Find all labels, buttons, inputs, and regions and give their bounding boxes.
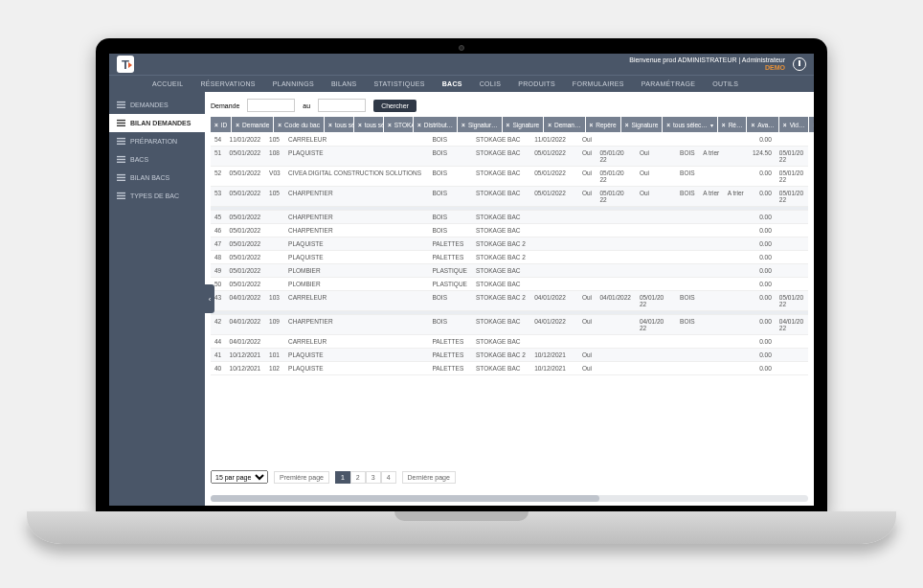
menu-accueil[interactable]: ACCUEIL [144,80,191,87]
table-row[interactable]: 5205/01/2022V03CIVEA DIGITAL CONSTRUCTIO… [211,167,808,187]
table-row[interactable]: 4905/01/2022PLOMBIERPLASTIQUESTOKAGE BAC… [211,264,808,278]
close-icon[interactable]: × [625,122,629,128]
cell-vid [724,335,749,349]
close-icon[interactable]: × [751,122,754,128]
cell-p: 0.00 [748,335,776,349]
filter-id[interactable]: ×ID [211,117,231,132]
filter-stokagebacst[interactable]: ×STOKAGE BAC, ST… [384,117,413,132]
sidebar-item-bacs[interactable]: BACS [109,150,205,169]
table-wrap[interactable]: 5411/01/2022105CARRELEURBOISSTOKAGE BAC1… [211,133,808,463]
cell-d2: 05/01/2022 [596,147,635,167]
menu-formulaires[interactable]: FORMULAIRES [564,80,633,87]
table-row[interactable]: 4110/12/2021101PLAQUISTEPALETTESSTOKAGE … [211,349,808,362]
filter-ava[interactable]: ×Ava… [747,117,777,132]
filter-tousslec[interactable]: ×tous sélec… [663,117,717,132]
cell-vdate: 05/01/2022 [776,147,808,167]
filter-demande[interactable]: ×Demande [232,117,273,132]
table-row[interactable]: 5105/01/2022108PLAQUISTEBOISSTOKAGE BAC0… [211,147,808,167]
table-row[interactable]: 4304/01/2022103CARRELEURBOISSTOKAGE BAC … [211,291,808,311]
table-row[interactable]: 4805/01/2022PLAQUISTEPALETTESSTOKAGE BAC… [211,251,808,264]
filter-a[interactable]: ×A… [809,117,814,132]
cell-rep [636,278,668,291]
cell-dist [530,224,570,237]
sidebar-item-bilan-bacs[interactable]: BILAN BACS [109,169,205,187]
filter-deman[interactable]: ×Deman… [544,117,584,132]
filter-signatur[interactable]: ×Signatur… [458,117,502,132]
sidebar-collapse-handle[interactable]: ‹ [205,284,214,313]
filter-r[interactable]: ×Ré… [718,117,747,132]
close-icon[interactable]: × [214,122,218,128]
sidebar-item-préparation[interactable]: PRÉPARATION [109,132,205,150]
filter-signature[interactable]: ×Signature [621,117,663,132]
cell-oui1 [578,278,597,291]
page-2[interactable]: 2 [350,471,366,484]
filter-distribut[interactable]: ×Distribut… [414,117,457,132]
page-4[interactable]: 4 [381,471,396,484]
filter-codedubac[interactable]: ×Code du bac [274,117,324,132]
menu-réservations[interactable]: RÉSERVATIONS [191,80,263,87]
horizontal-scrollbar[interactable] [211,495,808,502]
close-icon[interactable]: × [328,122,332,128]
table-row[interactable]: 5305/01/2022105CHARPENTIERBOISSTOKAGE BA… [211,187,808,207]
table-row[interactable]: 5411/01/2022105CARRELEURBOISSTOKAGE BAC1… [211,133,808,147]
page-size-select[interactable]: 15 par page [211,470,268,484]
close-icon[interactable]: × [590,122,594,128]
close-icon[interactable]: × [278,122,281,128]
first-page[interactable]: Première page [274,471,329,484]
cell-p: 0.00 [748,211,776,224]
app-logo[interactable]: T [117,56,134,73]
cell-oui2 [668,264,676,278]
filter-tousslectionns[interactable]: ×tous sélectionnés… [325,117,353,132]
cell-d2 [596,211,635,224]
menu-paramétrage[interactable]: PARAMÉTRAGE [633,80,704,87]
sidebar-item-demandes[interactable]: DEMANDES [109,96,205,114]
menu-plannings[interactable]: PLANNINGS [264,80,323,87]
cell-mat2 [676,278,699,291]
menu-outils[interactable]: OUTILS [704,80,747,87]
filter-vid[interactable]: ×Vid… [779,117,809,132]
close-icon[interactable]: × [783,122,787,128]
date-to-input[interactable] [318,99,366,112]
table-row[interactable]: 4010/12/2021102PLAQUISTEPALETTESSTOKAGE … [211,362,808,375]
close-icon[interactable]: × [722,122,726,128]
table-row[interactable]: 5005/01/2022PLOMBIERPLASTIQUESTOKAGE BAC… [211,278,808,291]
close-icon[interactable]: × [236,122,239,128]
table-row[interactable]: 4204/01/2022109CHARPENTIERBOISSTOKAGE BA… [211,315,808,335]
home-icon[interactable] [791,79,808,90]
filter-signature[interactable]: ×Signature [503,117,544,132]
sidebar-item-types-de-bac[interactable]: TYPES DE BAC [109,187,205,205]
search-button[interactable]: Chercher [373,100,416,112]
table-row[interactable]: 4505/01/2022CHARPENTIERBOISSTOKAGE BAC0.… [211,211,808,224]
close-icon[interactable]: × [813,122,814,128]
menu-bacs[interactable]: BACS [434,80,471,87]
close-icon[interactable]: × [417,122,421,128]
cell-p: 124.50 [748,147,776,167]
close-icon[interactable]: × [666,122,670,128]
sidebar-item-bilan-demandes[interactable]: BILAN DEMANDES [109,114,205,132]
power-icon[interactable] [793,57,806,71]
page-3[interactable]: 3 [366,471,381,484]
menu-statistiques[interactable]: STATISTIQUES [366,80,434,87]
menu-produits[interactable]: PRODUITS [509,80,564,87]
cell-d2 [596,278,635,291]
close-icon[interactable]: × [548,122,552,128]
table-row[interactable]: 4605/01/2022CHARPENTIERBOISSTOKAGE BAC0.… [211,224,808,237]
cell-d2: 05/01/2022 [596,187,635,207]
close-icon[interactable]: × [507,122,510,128]
cell-id: 44 [211,335,226,349]
table-row[interactable]: 4404/01/2022CARRELEURPALETTESSTOKAGE BAC… [211,335,808,349]
close-icon[interactable]: × [358,122,362,128]
table-row[interactable]: 4705/01/2022PLAQUISTEPALETTESSTOKAGE BAC… [211,237,808,251]
menu-colis[interactable]: COLIS [471,80,510,87]
menu-bilans[interactable]: BILANS [323,80,366,87]
page-1[interactable]: 1 [335,471,350,484]
cell-vid [724,224,749,237]
last-page[interactable]: Dernière page [402,471,456,484]
close-icon[interactable]: × [388,122,392,128]
date-from-input[interactable] [247,99,295,112]
filter-repre[interactable]: ×Repère [586,117,620,132]
filter-tousslectionns[interactable]: ×tous sélectionnés… [354,117,383,132]
search-bar: Demande au Chercher [211,96,808,115]
close-icon[interactable]: × [462,122,465,128]
cell-oui1: Oui [578,133,597,147]
